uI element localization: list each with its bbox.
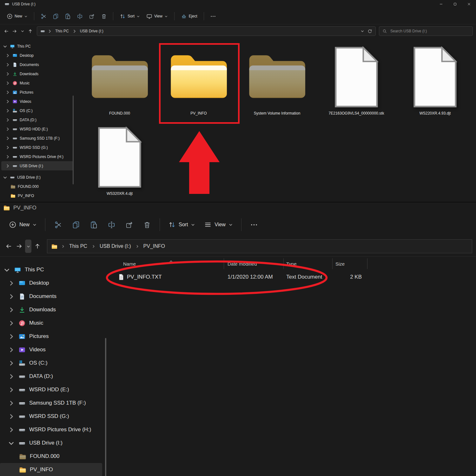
sidebar-item-documents[interactable]: Documents [0, 60, 76, 69]
chevron-right-icon[interactable] [5, 53, 10, 58]
cut-button[interactable] [38, 11, 49, 21]
chevron-right-icon[interactable] [5, 62, 10, 67]
file-tile-stk-file[interactable]: 7E2163OG9VLS4_00000000.stk [317, 44, 396, 116]
view-button[interactable]: View [143, 12, 171, 21]
chevron-right-icon[interactable] [5, 127, 10, 132]
sidebar-item-wsrd-ssd-g[interactable]: WSRD SSD (G:) [0, 410, 107, 423]
view-button[interactable]: View [200, 218, 236, 231]
search-input[interactable] [390, 29, 469, 34]
address-bar[interactable]: This PC USB Drive (I:) [37, 26, 376, 36]
sidebar-item-wsrd-pictures-h[interactable]: WSRD Pictures Drive (H:) [0, 152, 76, 161]
sidebar-item-music[interactable]: Music [0, 316, 107, 330]
eject-button[interactable]: Eject [178, 12, 200, 21]
chevron-right-icon[interactable] [8, 426, 15, 433]
sidebar-item-videos[interactable]: Videos [0, 343, 107, 356]
chevron-right-icon[interactable] [8, 280, 15, 287]
column-header-size[interactable]: Size [332, 261, 367, 267]
chevron-right-icon[interactable] [5, 99, 10, 104]
recent-locations-button[interactable] [25, 240, 31, 253]
new-button[interactable]: New [5, 218, 41, 231]
sidebar-item-found000[interactable]: FOUND.000 [0, 450, 107, 463]
up-button[interactable] [26, 27, 34, 35]
maximize-button[interactable] [448, 0, 462, 8]
sidebar-item-music[interactable]: Music [0, 78, 76, 88]
sidebar-item-usb-drive[interactable]: USB Drive (I:) [0, 436, 107, 450]
sidebar-item-this-pc[interactable]: This PC [0, 263, 107, 276]
column-divider[interactable] [367, 258, 367, 269]
chevron-down-icon[interactable] [3, 44, 8, 49]
sidebar-item-usb-drive-selected[interactable]: USB Drive (I:) [1, 161, 74, 170]
sidebar-item-pv-info[interactable]: PV_INFO [0, 191, 76, 200]
breadcrumb-pv-info[interactable]: PV_INFO [142, 243, 166, 250]
chevron-right-icon[interactable] [8, 346, 15, 354]
sidebar-item-pictures[interactable]: Pictures [0, 330, 107, 343]
sidebar-item-wsrd-hdd-e[interactable]: WSRD HDD (E:) [0, 124, 76, 134]
share-button[interactable] [121, 218, 137, 232]
chevron-right-icon[interactable] [5, 163, 10, 169]
sidebar-item-os-c[interactable]: OS (C:) [0, 106, 76, 115]
chevron-right-icon[interactable] [5, 71, 10, 76]
breadcrumb-usb-drive[interactable]: USB Drive (I:) [79, 28, 104, 34]
delete-button[interactable] [98, 11, 109, 21]
column-header-type[interactable]: Type [283, 261, 332, 267]
breadcrumb-this-pc[interactable]: This PC [54, 28, 70, 34]
rename-button[interactable] [103, 218, 120, 232]
paste-button[interactable] [62, 11, 73, 21]
address-dropdown-icon[interactable] [360, 29, 364, 33]
sidebar-item-wsrd-pictures-h[interactable]: WSRD Pictures Drive (H:) [0, 423, 107, 436]
refresh-icon[interactable] [367, 29, 372, 34]
file-tile-found000[interactable]: FOUND.000 [80, 44, 159, 116]
chevron-down-icon[interactable] [3, 266, 10, 274]
close-button[interactable] [462, 0, 476, 8]
more-options-button[interactable] [246, 218, 262, 232]
sidebar-item-documents[interactable]: Documents [0, 290, 107, 303]
up-button[interactable] [32, 241, 43, 252]
column-divider[interactable] [224, 258, 224, 269]
column-header-date-modified[interactable]: Date modified [224, 261, 283, 267]
copy-button[interactable] [68, 218, 84, 232]
chevron-right-icon[interactable] [8, 320, 15, 327]
forward-button[interactable] [14, 241, 24, 252]
chevron-right-icon[interactable] [8, 293, 15, 300]
more-options-button[interactable] [208, 11, 219, 21]
back-button[interactable] [4, 241, 14, 252]
sidebar-item-wsrd-hdd-e[interactable]: WSRD HDD (E:) [0, 383, 107, 396]
delete-button[interactable] [139, 218, 155, 232]
chevron-right-icon[interactable] [8, 306, 15, 314]
sort-button[interactable]: Sort [117, 12, 143, 21]
column-header-name[interactable]: Name [107, 261, 224, 267]
back-button[interactable] [3, 27, 10, 35]
chevron-right-icon[interactable] [8, 333, 15, 340]
share-button[interactable] [86, 11, 97, 21]
sidebar-item-found000[interactable]: FOUND.000 [0, 182, 76, 191]
chevron-right-icon[interactable] [8, 400, 15, 407]
chevron-right-icon[interactable] [5, 90, 10, 95]
chevron-right-icon[interactable] [5, 108, 10, 113]
chevron-down-icon[interactable] [8, 440, 15, 447]
sidebar-item-downloads[interactable]: Downloads [0, 303, 107, 316]
sidebar-item-usb-drive-section[interactable]: USB Drive (I:) [0, 173, 76, 182]
sidebar-item-data-d[interactable]: DATA (D:) [0, 115, 76, 124]
sidebar-item-downloads[interactable]: Downloads [0, 69, 76, 78]
sidebar-scrollbar[interactable] [73, 96, 74, 184]
rename-button[interactable] [74, 11, 85, 21]
paste-button[interactable] [85, 218, 102, 232]
copy-button[interactable] [50, 11, 61, 21]
sidebar-item-desktop[interactable]: Desktop [0, 51, 76, 60]
sidebar-item-data-d[interactable]: DATA (D:) [0, 370, 107, 383]
file-tile-ws320xr-djt[interactable]: WS320XR.4.djt [80, 124, 159, 196]
sidebar-item-pv-info-selected[interactable]: PV_INFO [0, 463, 102, 476]
chevron-right-icon[interactable] [5, 81, 10, 86]
sidebar-item-os-c[interactable]: OS (C:) [0, 356, 107, 370]
column-divider[interactable] [332, 258, 333, 269]
cut-button[interactable] [50, 218, 66, 232]
chevron-right-icon[interactable] [5, 117, 10, 122]
chevron-right-icon[interactable] [5, 145, 10, 150]
search-box[interactable] [379, 26, 473, 36]
file-tile-system-volume-information[interactable]: System Volume Information [238, 44, 316, 116]
sidebar-item-this-pc[interactable]: This PC [0, 42, 76, 51]
sidebar-item-videos[interactable]: Videos [0, 97, 76, 106]
chevron-right-icon[interactable] [8, 373, 15, 380]
chevron-right-icon[interactable] [8, 360, 15, 367]
address-bar[interactable]: This PC USB Drive (I:) PV_INFO [47, 239, 472, 253]
